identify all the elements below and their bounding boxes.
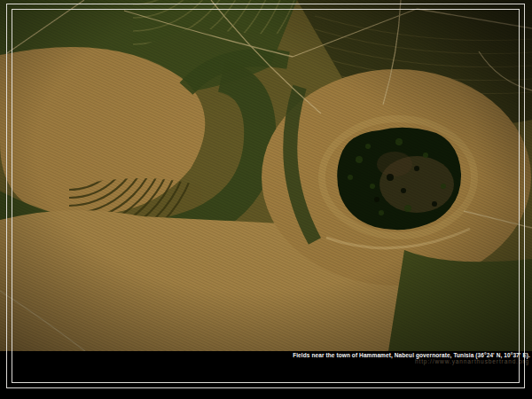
wallpaper: Fields near the town of Hammamet, Nabeul… (0, 0, 532, 399)
photo-credit-url: http://www.yannarthusbertrand.org (415, 358, 529, 364)
photo-caption: Fields near the town of Hammamet, Nabeul… (293, 352, 530, 358)
aerial-photo-illustration (0, 0, 532, 351)
aerial-photo (0, 0, 532, 351)
